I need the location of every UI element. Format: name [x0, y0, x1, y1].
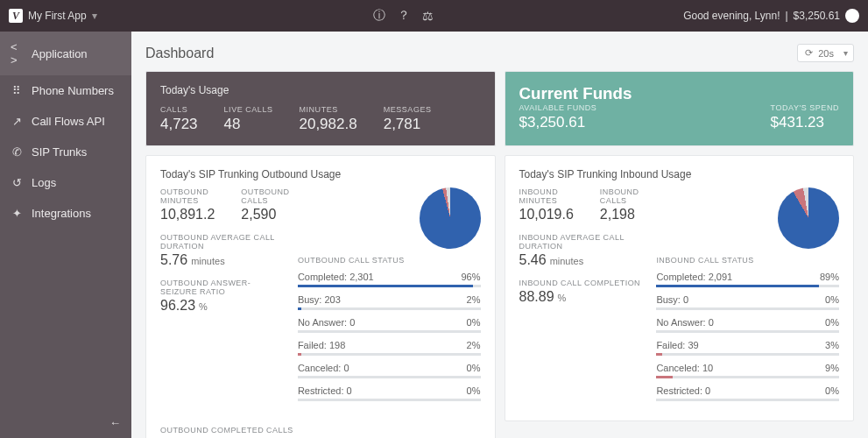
status-pct: 9%: [825, 363, 839, 373]
status-pct: 89%: [820, 272, 839, 282]
status-pct: 0%: [467, 385, 481, 396]
status-row: Restricted: 00%: [298, 385, 481, 401]
metric-label: MINUTES: [299, 105, 356, 114]
status-label: Canceled: 0: [298, 363, 349, 373]
greeting: Good evening, Lynn!: [683, 10, 780, 22]
gavel-icon[interactable]: ⚖: [422, 9, 434, 23]
status-row: Canceled: 109%: [656, 363, 839, 378]
metric-value: 10,019.6: [519, 207, 574, 223]
card-title: Today's SIP Trunking Outbound Usage: [160, 168, 481, 180]
status-pct: 3%: [825, 340, 839, 350]
metric-value: 20,982.8: [299, 116, 356, 133]
metric-label: INBOUND MINUTES: [519, 187, 574, 205]
sidebar-item-call-flows-api[interactable]: ↗Call Flows API: [0, 106, 131, 137]
metric-value: 5.76minutes: [160, 252, 282, 268]
status-row: No Answer: 00%: [298, 317, 481, 333]
status-pct: 0%: [467, 317, 481, 328]
inbound-card: Today's SIP Trunking Inbound Usage INBOU…: [505, 155, 855, 421]
chevron-down-icon: ▾: [92, 10, 97, 22]
card-title: Current Funds: [519, 84, 840, 103]
status-label: Failed: 39: [656, 340, 698, 350]
metric-value: 10,891.2: [160, 207, 215, 223]
app-name: My First App: [28, 10, 87, 22]
metric-value: 96.23%: [160, 298, 282, 314]
inbound-pie-chart: [778, 187, 839, 249]
outbound-card: Today's SIP Trunking Outbound Usage OUTB…: [145, 155, 496, 438]
metric-value: 2,590: [241, 207, 289, 223]
metric-label: INBOUND CALL COMPLETION: [519, 279, 641, 287]
sidebar-item-sip-trunks[interactable]: ✆SIP Trunks: [0, 137, 131, 167]
status-label: Restricted: 0: [656, 385, 710, 396]
completed-heading: OUTBOUND COMPLETED CALLS: [160, 426, 481, 434]
collapse-sidebar-button[interactable]: ←: [0, 407, 131, 438]
sidebar-item-label: SIP Trunks: [32, 145, 87, 159]
sidebar-item-label: Logs: [32, 176, 56, 189]
sidebar-item-phone-numbers[interactable]: ⠿Phone Numbers: [0, 75, 131, 106]
info-icon[interactable]: ⓘ: [373, 8, 385, 24]
status-row: Completed: 2,30196%: [298, 272, 481, 287]
metric-label: TODAY'S SPEND: [771, 103, 839, 112]
metric-label: LIVE CALLS: [224, 105, 273, 114]
metric-label: CALLS: [160, 105, 198, 114]
logo-icon: V: [9, 9, 23, 23]
refresh-interval-select[interactable]: ⟳ 20s: [797, 44, 854, 62]
status-pct: 0%: [825, 294, 839, 305]
help-icon[interactable]: ？: [398, 8, 410, 24]
status-pct: 96%: [461, 272, 480, 282]
status-heading: OUTBOUND CALL STATUS: [298, 256, 481, 265]
metric-label: OUTBOUND ANSWER-SEIZURE RATIO: [160, 279, 282, 296]
sidebar-item-label: Integrations: [32, 207, 91, 220]
status-row: Completed: 2,09189%: [656, 272, 839, 287]
nav-icon: ✆: [11, 145, 23, 159]
sidebar-item-label: Phone Numbers: [32, 84, 114, 97]
status-row: Restricted: 00%: [656, 385, 839, 401]
sidebar-item-label: Call Flows API: [32, 115, 105, 128]
metric-label: INBOUND AVERAGE CALL DURATION: [519, 233, 641, 251]
arrow-left-icon: ←: [109, 416, 121, 429]
status-label: Completed: 2,301: [298, 272, 374, 282]
topbar: V My First App ▾ ⓘ ？ ⚖ Good evening, Lyn…: [0, 0, 868, 32]
status-pct: 0%: [467, 363, 481, 373]
nav-icon: ✦: [11, 207, 23, 220]
current-funds-card: Current Funds AVAILABLE FUNDS $3,250.61 …: [505, 71, 855, 146]
status-row: Failed: 393%: [656, 340, 839, 356]
status-row: Canceled: 00%: [298, 363, 481, 378]
main-content: Dashboard ⟳ 20s Today's Usage CALLS4,723…: [131, 32, 868, 438]
status-label: Busy: 203: [298, 294, 341, 305]
status-pct: 0%: [825, 385, 839, 396]
sidebar: < >Application⠿Phone Numbers↗Call Flows …: [0, 32, 131, 438]
metric-value: 2,781: [384, 116, 432, 133]
sidebar-item-integrations[interactable]: ✦Integrations: [0, 198, 131, 229]
metric-value: 2,198: [600, 207, 641, 223]
metric-value: 5.46minutes: [519, 252, 641, 268]
status-label: Failed: 198: [298, 340, 345, 350]
sidebar-item-label: Application: [32, 47, 88, 60]
avatar-icon[interactable]: [845, 9, 859, 23]
status-label: No Answer: 0: [656, 317, 713, 328]
balance: $3,250.61: [794, 10, 840, 22]
status-pct: 2%: [467, 294, 481, 305]
sidebar-item-logs[interactable]: ↺Logs: [0, 167, 131, 198]
status-label: No Answer: 0: [298, 317, 355, 328]
nav-icon: ↺: [11, 176, 23, 189]
nav-icon: ↗: [11, 115, 23, 128]
status-row: Failed: 1982%: [298, 340, 481, 356]
app-switcher[interactable]: V My First App ▾: [0, 9, 131, 23]
metric-label: OUTBOUND MINUTES: [160, 187, 215, 205]
metric-label: INBOUND CALLS: [600, 187, 641, 205]
page-title: Dashboard: [145, 46, 214, 61]
status-row: No Answer: 00%: [656, 317, 839, 333]
outbound-pie-chart: [420, 187, 481, 249]
metric-value: 88.89%: [519, 289, 641, 305]
todays-usage-card: Today's Usage CALLS4,723LIVE CALLS48MINU…: [145, 71, 496, 146]
nav-icon: ⠿: [11, 84, 23, 97]
metric-value: 48: [224, 116, 273, 133]
status-row: Busy: 2032%: [298, 294, 481, 310]
card-title: Today's SIP Trunking Inbound Usage: [519, 168, 840, 180]
status-label: Restricted: 0: [298, 385, 352, 396]
sidebar-item-application[interactable]: < >Application: [0, 32, 131, 75]
refresh-icon: ⟳: [805, 47, 813, 59]
status-label: Completed: 2,091: [656, 272, 732, 282]
refresh-value: 20s: [818, 48, 834, 59]
metric-label: AVAILABLE FUNDS: [519, 103, 597, 112]
